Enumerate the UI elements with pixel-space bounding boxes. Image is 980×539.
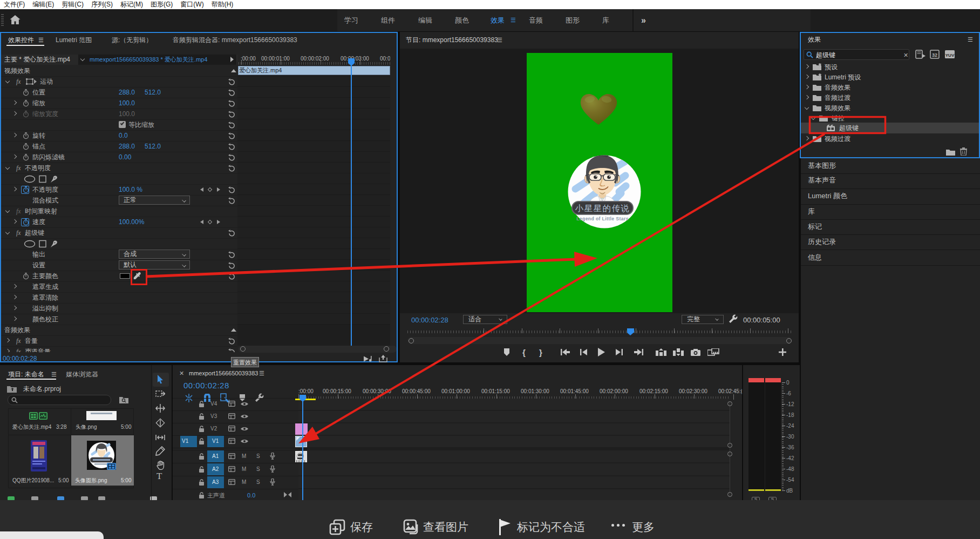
svg-text:32: 32 — [932, 52, 937, 58]
svg-text:小星星的传说: 小星星的传说 — [575, 204, 630, 213]
svg-text:Legend of Little Stars: Legend of Little Stars — [576, 216, 629, 221]
svg-text:YUV: YUV — [945, 53, 955, 58]
